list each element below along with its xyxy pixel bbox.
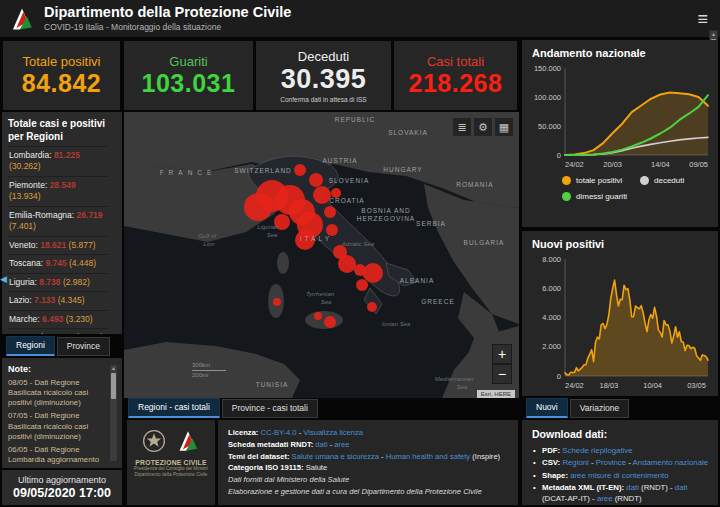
link[interactable]: Human health and safety	[386, 452, 470, 461]
text-segment: Metadata XML (IT-EN):	[542, 483, 626, 492]
map[interactable]: REPUBLICSLOVAKIAFRANCESWITZERLANDAUSTRIA…	[124, 112, 519, 398]
map-scale: 300km 200mi	[192, 361, 226, 380]
map-sea-label: Adriatic Sea	[341, 241, 375, 247]
stat-casi-totali: Casi totali 218.268	[394, 41, 517, 110]
covid-cases-bubble[interactable]	[294, 164, 306, 176]
scroll-up-arrow-icon[interactable]: ▲	[710, 31, 717, 38]
region-row[interactable]: Piemonte: 28.549 (13.934)	[8, 176, 108, 206]
link[interactable]: dati	[626, 483, 639, 492]
stat-guariti: Guariti 103.031	[124, 41, 253, 110]
protezione-civile-footer-logo	[175, 428, 201, 454]
link[interactable]: Andamento nazionale	[633, 458, 708, 467]
map-country-label: FRANCE	[160, 169, 217, 176]
covid-cases-bubble[interactable]	[363, 263, 383, 283]
link[interactable]: Regioni	[562, 458, 588, 467]
covid-cases-bubble[interactable]	[324, 206, 336, 218]
nuovi-positivi-panel: Nuovi positivi 02.0004.0006.0008.00024/0…	[522, 231, 718, 396]
link[interactable]: Salute umana e sicurezza	[292, 452, 379, 461]
stat-label: Casi totali	[427, 54, 484, 69]
zoom-in-button[interactable]: +	[492, 344, 512, 364]
legend-dot-icon	[562, 176, 571, 185]
y-tick-label: 2.000	[542, 342, 561, 351]
chart-legend: totale positividecedutidimessi guariti	[532, 169, 718, 208]
link[interactable]: Schede riepilogative	[562, 446, 632, 455]
region-name: Toscana:	[9, 258, 45, 268]
legend-item[interactable]: totale positivi	[562, 176, 640, 185]
region-row[interactable]: Veneto: 18.621 (5.877)	[8, 236, 108, 254]
link[interactable]: aree misure di contenimento	[570, 471, 668, 480]
region-name: Lazio:	[9, 295, 34, 305]
last-update-label: Ultimo aggiornamento	[18, 475, 106, 485]
covid-cases-bubble[interactable]	[309, 173, 323, 187]
andamento-chart[interactable]: 050.000100.000150.00024/0220/0314/0409/0…	[532, 61, 716, 169]
tab-regioni[interactable]: Regioni	[6, 336, 55, 356]
note-list: 08/05 - Dati Regione Basilicata ricalcol…	[8, 378, 118, 465]
chart-title: Andamento nazionale	[532, 47, 718, 59]
region-total-cases: 8.738	[39, 277, 63, 287]
region-total-cases: 18.621	[40, 240, 68, 250]
globe-icon[interactable]: ⚙	[474, 118, 492, 136]
text-segment: -	[379, 452, 386, 461]
note-item: 08/05 - Dati Regione Basilicata ricalcol…	[8, 378, 108, 408]
map-controls: ≣ ⚙ ▦	[453, 118, 513, 136]
region-name: Liguria:	[9, 277, 39, 287]
region-positive-cases: (1.965)	[76, 332, 103, 334]
covid-cases-bubble[interactable]	[314, 312, 322, 320]
y-tick-label: 0	[557, 372, 561, 381]
region-row[interactable]: Lazio: 7.133 (4.345)	[8, 291, 108, 309]
link[interactable]: aree	[334, 440, 349, 449]
scroll-up-arrow-icon[interactable]: ▲	[110, 365, 117, 372]
region-total-cases: 6.493	[42, 314, 66, 324]
nuovi-positivi-chart[interactable]: 02.0004.0006.0008.00024/0218/0310/0403/0…	[532, 252, 716, 390]
link[interactable]: Visualizza licenza	[303, 428, 363, 437]
tab-regioni-casi-totali[interactable]: Regioni - casi totali	[128, 398, 220, 418]
covid-cases-bubble[interactable]	[324, 316, 336, 328]
tab-variazione[interactable]: Variazione	[570, 399, 630, 418]
region-row[interactable]: Toscana: 9.745 (4.448)	[8, 254, 108, 272]
region-row[interactable]: Lombardia: 81.225 (30.262)	[8, 146, 108, 176]
region-row[interactable]: Emilia-Romagna: 26.719 (7.401)	[8, 206, 108, 236]
text-segment: (DCAT-AP-IT) -	[542, 494, 597, 503]
tab-nuovi[interactable]: Nuovi	[526, 398, 568, 418]
notes-scrollbar[interactable]: ▲	[109, 364, 118, 462]
scrollbar-thumb[interactable]	[111, 373, 116, 399]
basemap-grid-icon[interactable]: ▦	[495, 118, 513, 136]
app-header: Dipartimento della Protezione Civile COV…	[0, 0, 720, 37]
text-segment: Salute	[306, 463, 328, 472]
map-canvas[interactable]: REPUBLICSLOVAKIAFRANCESWITZERLANDAUSTRIA…	[124, 112, 519, 398]
note-item: 06/05 - Dati Regione Lombardia aggiornam…	[8, 445, 108, 465]
region-positive-cases: (2.982)	[63, 277, 90, 287]
tab-province[interactable]: Province	[57, 337, 110, 356]
legend-list-icon[interactable]: ≣	[453, 118, 471, 136]
covid-cases-bubble[interactable]	[338, 255, 356, 273]
region-row[interactable]: Marche: 6.493 (3.230)	[8, 310, 108, 328]
legend-item[interactable]: dimessi guariti	[562, 192, 640, 201]
link[interactable]: dati	[675, 483, 688, 492]
link[interactable]: dati	[315, 440, 327, 449]
link[interactable]: CC-BY-4.0	[261, 428, 297, 437]
sidebar-collapse-arrow-icon[interactable]: ◀	[0, 274, 7, 284]
text-segment: Temi del dataset:	[228, 452, 292, 461]
map-country-label: HERZEGOVINA	[357, 215, 415, 222]
last-update-panel: Ultimo aggiornamento 09/05/2020 17:00	[2, 470, 122, 505]
tab-province-casi-totali[interactable]: Province - casi totali	[222, 399, 318, 418]
map-attribution[interactable]: Esri, HERE	[477, 390, 515, 398]
map-scale-mi: 200mi	[192, 371, 226, 380]
legend-item[interactable]: deceduti	[640, 176, 718, 185]
x-tick-label: 14/04	[651, 160, 670, 169]
covid-cases-bubble[interactable]	[273, 298, 281, 306]
x-tick-label: 24/02	[565, 160, 584, 169]
region-list: Lombardia: 81.225 (30.262)Piemonte: 28.5…	[8, 146, 118, 334]
zoom-out-button[interactable]: −	[492, 364, 512, 384]
legend-label: dimessi guariti	[576, 192, 627, 201]
text-segment: PDF:	[542, 446, 562, 455]
covid-cases-bubble[interactable]	[356, 279, 368, 291]
link[interactable]: aree	[597, 494, 613, 503]
region-row[interactable]: Campania: 4.576 (1.965)	[8, 328, 108, 334]
covid-cases-bubble[interactable]	[367, 302, 377, 312]
region-row[interactable]: Liguria: 8.738 (2.982)	[8, 273, 108, 291]
text-line: Licenza: CC-BY-4.0 - Visualizza licenza	[228, 427, 508, 439]
region-positive-cases: (5.877)	[69, 240, 96, 250]
link[interactable]: Province	[596, 458, 626, 467]
menu-icon[interactable]: ≡	[697, 10, 708, 28]
